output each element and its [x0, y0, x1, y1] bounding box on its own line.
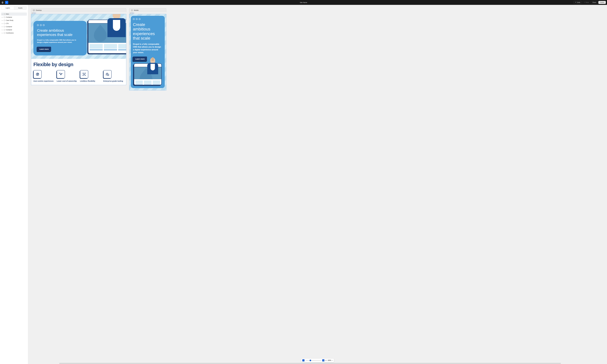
layer-label: Container	[6, 16, 12, 18]
zoom-value: 100%	[328, 360, 331, 361]
hero-selection-tag[interactable]: Hero	[129, 12, 135, 14]
dot-icon	[133, 18, 135, 20]
feature-item[interactable]: Limitless flexibility	[80, 70, 101, 82]
layer-item-case-study[interactable]: ▸ Case Study	[1, 19, 27, 22]
add-button[interactable]: +	[5, 1, 8, 4]
mobile-icon	[131, 10, 133, 11]
component-icon	[3, 29, 5, 31]
user-centric-icon	[33, 70, 42, 78]
redo-icon: ↷	[584, 1, 585, 3]
tab-layers[interactable]: Layers	[1, 6, 14, 10]
layer-label: Container	[6, 26, 12, 27]
hero-image[interactable]	[133, 63, 163, 85]
feature-label: Limitless flexibility	[80, 80, 101, 82]
svg-rect-0	[33, 10, 35, 11]
svg-point-2	[37, 73, 38, 74]
feature-label: User-centric experiences	[33, 80, 54, 82]
flexible-section[interactable]: Flexible by design User-centric experien…	[31, 59, 126, 85]
hero-selection-tag[interactable]: Hero	[31, 12, 37, 14]
zoom-control: − + ⊕ 100% ▾	[301, 359, 334, 362]
chevron-down-icon[interactable]: ▾	[332, 360, 333, 361]
flexibility-icon	[80, 70, 88, 78]
undo-icon: ↶	[575, 1, 576, 3]
feature-item[interactable]: Enterprise-grade tooling	[103, 70, 124, 82]
learn-more-button[interactable]: Learn more	[133, 57, 147, 61]
chevron-right-icon: ▸	[2, 29, 3, 30]
hero-card[interactable]: Create ambitious experiences that scale …	[33, 21, 87, 55]
share-button[interactable]: Share	[591, 1, 598, 4]
enterprise-icon	[103, 70, 112, 78]
dot-icon	[136, 18, 138, 20]
chevron-right-icon: ▸	[2, 32, 3, 34]
layer-label: Case Study	[6, 20, 13, 21]
zoom-slider[interactable]	[305, 360, 321, 361]
dot-icon	[37, 24, 39, 26]
chevron-right-icon: ▸	[2, 23, 3, 24]
drupal-logo-icon[interactable]	[1, 1, 4, 4]
component-icon	[3, 20, 5, 21]
component-icon	[3, 16, 5, 18]
chevron-right-icon: ▸	[2, 26, 3, 27]
frame-desktop[interactable]: Desktop Hero Create ambitious experience…	[31, 8, 126, 85]
feature-label: Lower cost of ownership	[57, 80, 77, 82]
sidebar: Layers Assets ▸ Hero ▸ Container ▸ Case …	[0, 5, 28, 364]
hero-title[interactable]: Create ambitious experiences that scale	[37, 28, 83, 37]
component-square-icon	[130, 13, 131, 13]
cost-icon	[57, 70, 65, 78]
frame-label: Desktop	[36, 9, 42, 11]
layer-label: CTA	[6, 23, 9, 24]
layer-item-container[interactable]: ▸ Container	[1, 28, 27, 31]
component-icon	[3, 13, 5, 15]
horizontal-scrollbar[interactable]	[59, 363, 561, 364]
top-bar: + Site Name ↶ Undo ↷ Redo Share Publish	[0, 0, 607, 5]
zoom-out-button[interactable]: −	[302, 359, 304, 362]
component-icon	[3, 32, 5, 34]
undo-button[interactable]: ↶ Undo	[574, 1, 582, 4]
layer-item-hero[interactable]: ▸ Hero	[1, 13, 27, 16]
frame-mobile[interactable]: Mobile Hero Create ambitious experiences…	[129, 8, 166, 91]
hero-section-mobile[interactable]: Create ambitious experiences that scale …	[129, 14, 166, 90]
layer-label: Contributors	[6, 32, 14, 34]
frame-label: Mobile	[134, 9, 139, 11]
redo-label: Redo	[585, 1, 589, 3]
hero-card[interactable]: Create ambitious experiences that scale …	[131, 16, 165, 88]
desktop-icon	[33, 10, 35, 11]
dot-icon	[40, 24, 42, 26]
component-icon	[3, 23, 5, 24]
undo-label: Undo	[577, 1, 580, 3]
hero-subtitle[interactable]: Drupal is a fully composable CMS that al…	[37, 39, 78, 44]
hero-image[interactable]	[87, 16, 126, 54]
tab-assets[interactable]: Assets	[14, 6, 26, 10]
component-icon	[3, 26, 5, 27]
layer-item-container[interactable]: ▸ Container	[1, 16, 27, 19]
feature-item[interactable]: Lower cost of ownership	[57, 70, 77, 82]
svg-point-3	[38, 73, 39, 74]
hero-title[interactable]: Create ambitious experiences that scale	[133, 22, 163, 40]
zoom-in-button[interactable]: +	[322, 359, 324, 362]
layer-item-contributors[interactable]: ▸ Contributors	[1, 31, 27, 35]
feature-item[interactable]: User-centric experiences	[33, 70, 54, 82]
frame-header-mobile[interactable]: Mobile	[129, 8, 166, 12]
dot-icon	[43, 24, 45, 26]
section-title[interactable]: Flexible by design	[33, 62, 124, 67]
layer-item-cta[interactable]: ▸ CTA	[1, 22, 27, 25]
person-avatar	[146, 58, 159, 75]
feature-label: Enterprise-grade tooling	[103, 80, 124, 82]
hero-section[interactable]: Create ambitious experiences that scale …	[31, 14, 126, 59]
redo-button: ↷ Redo	[582, 1, 590, 4]
learn-more-button[interactable]: Learn more	[37, 47, 51, 52]
frame-header-desktop[interactable]: Desktop	[31, 8, 126, 12]
component-square-icon	[32, 13, 33, 13]
site-title[interactable]: Site Name	[300, 1, 307, 3]
chevron-right-icon: ▸	[2, 20, 3, 21]
layer-label: Container	[6, 29, 12, 31]
layer-list: ▸ Hero ▸ Container ▸ Case Study ▸ CTA ▸	[0, 13, 28, 35]
chevron-right-icon: ▸	[2, 17, 3, 18]
magnifier-icon: ⊕	[325, 360, 327, 361]
publish-button[interactable]: Publish	[598, 1, 606, 4]
canvas[interactable]: Desktop Hero Create ambitious experience…	[28, 5, 607, 364]
hero-subtitle[interactable]: Drupal is a fully composable CMS that al…	[133, 43, 163, 54]
chevron-right-icon: ▸	[2, 13, 3, 15]
zoom-thumb[interactable]	[310, 360, 311, 361]
layer-item-container[interactable]: ▸ Container	[1, 25, 27, 28]
